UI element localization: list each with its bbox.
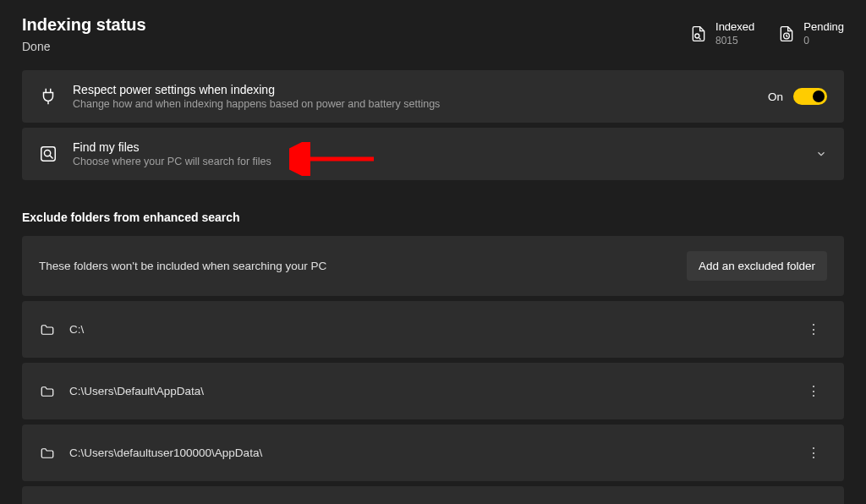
folder-path: C:\ [69,323,787,336]
svg-point-0 [695,34,699,38]
more-options-button[interactable]: ⋮ [800,380,827,403]
search-file-icon [39,145,58,163]
pending-stat: Pending 0 [778,20,844,47]
power-settings-card[interactable]: Respect power settings when indexing Cha… [22,70,844,123]
exclude-section-title: Exclude folders from enhanced search [22,211,844,224]
indexed-stat-text: Indexed 8015 [715,20,754,47]
exclude-header-card: These folders won't be included when sea… [22,236,844,296]
pending-icon [778,25,795,42]
find-my-files-main: Find my files Choose where your PC will … [73,140,800,167]
svg-rect-2 [41,147,56,162]
power-settings-control: On [768,88,827,105]
pending-stat-text: Pending 0 [803,20,844,47]
power-toggle[interactable] [793,88,827,105]
toggle-state-label: On [768,90,783,103]
indexed-stat: Indexed 8015 [690,20,754,47]
folder-icon [39,446,56,461]
header-left: Indexing status Done [22,15,146,53]
header-stats: Indexed 8015 Pending 0 [690,15,844,47]
svg-point-3 [44,150,50,156]
find-my-files-card[interactable]: Find my files Choose where your PC will … [22,128,844,180]
folder-icon [39,322,56,337]
page-title: Indexing status [22,15,146,35]
folder-path: C:\Users\Default\AppData\ [69,385,787,397]
excluded-folder-row: C:\ ⋮ [22,301,844,358]
power-settings-main: Respect power settings when indexing Cha… [73,83,753,110]
excluded-folder-row-partial [22,486,844,504]
folder-path: C:\Users\defaultuser100000\AppData\ [69,446,787,459]
excluded-folder-row: C:\Users\defaultuser100000\AppData\ ⋮ [22,425,844,481]
add-excluded-folder-button[interactable]: Add an excluded folder [687,251,827,281]
folder-icon [39,384,56,399]
indexing-status-text: Done [22,40,146,53]
pending-value: 0 [803,35,844,47]
header: Indexing status Done Indexed 8015 Pendin… [22,15,844,53]
chevron-down-icon [815,148,827,160]
power-settings-title: Respect power settings when indexing [73,83,753,96]
find-my-files-control [815,148,827,160]
find-my-files-title: Find my files [73,140,800,154]
power-settings-desc: Change how and when indexing happens bas… [73,98,753,110]
find-my-files-desc: Choose where your PC will search for fil… [73,156,800,167]
power-plug-icon [39,87,58,106]
indexed-label: Indexed [715,20,754,33]
excluded-folder-row: C:\Users\Default\AppData\ ⋮ [22,363,844,419]
exclude-header-text: These folders won't be included when sea… [39,260,326,272]
more-options-button[interactable]: ⋮ [800,441,827,464]
indexed-icon [690,25,707,42]
more-options-button[interactable]: ⋮ [800,318,827,341]
pending-label: Pending [803,20,844,33]
indexed-value: 8015 [715,35,754,47]
